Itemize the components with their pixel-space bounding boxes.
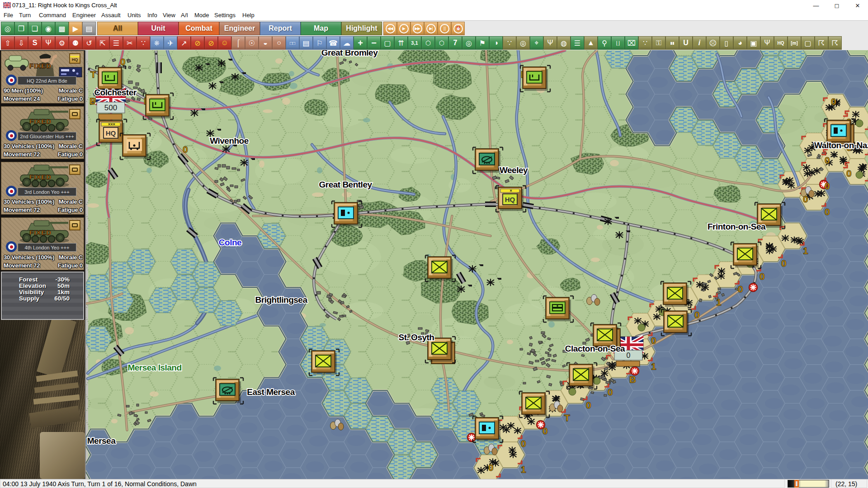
svg-text:0: 0 [825,155,830,165]
svg-text:Weeley: Weeley [500,165,528,175]
svg-text:0: 0 [831,96,836,107]
svg-text:0: 0 [781,258,787,268]
svg-text:0: 0 [120,56,126,67]
svg-text:0: 0 [608,387,613,397]
svg-text:Brightlingsea: Brightlingsea [255,295,308,305]
svg-text:500: 500 [104,103,117,112]
svg-text:Colchester: Colchester [94,88,137,97]
svg-text:Wivenhoe: Wivenhoe [210,136,249,145]
svg-text:Mersea: Mersea [87,436,116,446]
svg-text:0: 0 [488,462,494,473]
svg-text:Great Bromley: Great Bromley [321,50,378,57]
svg-text:0: 0 [542,426,548,436]
svg-text:1: 1 [803,245,808,256]
svg-text:B: B [629,374,636,385]
svg-text:0: 0 [738,284,743,294]
svg-text:HQ: HQ [106,129,116,137]
svg-text:1: 1 [651,361,656,371]
svg-text:0: 0 [521,438,526,449]
svg-text:0: 0 [651,335,656,346]
svg-text:0: 0 [627,352,631,359]
svg-text:Clacton-on-Sea: Clacton-on-Sea [565,344,625,353]
svg-text:Colne: Colne [219,238,241,247]
svg-text:T: T [90,69,96,80]
svg-text:0: 0 [694,310,700,320]
svg-text:0: 0 [825,181,830,191]
svg-text:Great Bentley: Great Bentley [319,180,372,189]
svg-text:Walton-on-Naz: Walton-on-Naz [814,141,868,150]
svg-text:0: 0 [760,271,765,282]
svg-text:0: 0 [183,144,188,155]
svg-text:0: 0 [846,168,852,178]
svg-text:Mersea Island: Mersea Island [127,363,181,372]
svg-text:T: T [564,413,570,423]
svg-text:×××: ××× [108,122,115,127]
svg-text:0: 0 [825,206,830,217]
svg-text:HQ: HQ [505,196,515,203]
svg-text:Frinton-on-Sea: Frinton-on-Sea [708,222,766,231]
svg-text:East Mersea: East Mersea [247,387,295,397]
svg-text:St. Osyth: St. Osyth [399,333,434,342]
svg-text:B: B [90,96,96,106]
svg-text:0: 0 [586,400,591,410]
svg-text:0: 0 [803,194,808,204]
svg-text:×: × [509,188,512,193]
svg-text:1: 1 [521,464,526,474]
svg-text:1: 1 [716,297,722,307]
